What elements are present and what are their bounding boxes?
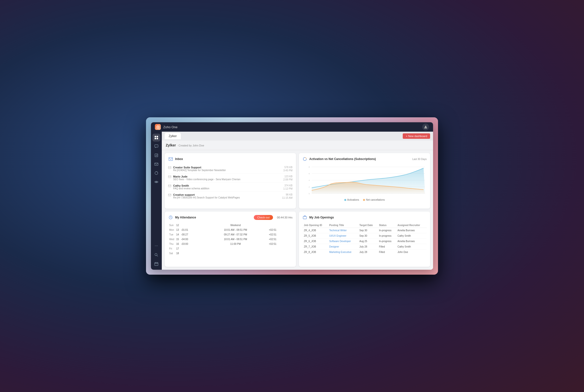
att-range: 10:01 AM - 08:51 PM (203, 237, 268, 242)
chart-period: Last 30 Days (412, 158, 427, 160)
att-day: Fri (168, 246, 175, 251)
job-date: Sep 30 (358, 228, 377, 233)
chart-area: 8 6 4 2 0 (302, 164, 427, 196)
att-date: 14 (175, 232, 180, 237)
job-id: ZR_4_JOB (302, 228, 328, 233)
sidebar-item-search[interactable] (152, 251, 160, 259)
tab-zylker[interactable]: Zylker (165, 133, 181, 139)
app-window: Zoho One (151, 122, 433, 270)
sidebar-item-analytics[interactable] (152, 169, 160, 177)
tab-bar: Zylker + New dashboard (162, 132, 433, 140)
jobs-table-row: ZR_8_JOB Marketing Executive July 28 Fil… (302, 249, 427, 255)
att-date: 12 (175, 223, 180, 228)
inbox-item-0[interactable]: Creator Suite Support Re:[#24042] Templa… (168, 164, 292, 174)
inbox-item-icon (168, 166, 171, 169)
svg-rect-21 (168, 167, 171, 169)
inbox-title: Inbox (175, 157, 183, 161)
inbox-widget-header: Inbox (168, 156, 292, 162)
jobs-title: My Job Openings (309, 216, 334, 219)
inbox-sender: Creative support (173, 193, 280, 196)
svg-point-0 (157, 126, 158, 128)
jobs-table-row: ZR_7_JOB Designer July 28 Filled Cathy S… (302, 244, 427, 249)
job-id: ZR_6_JOB (302, 238, 328, 244)
job-title[interactable]: Software Developer (328, 238, 358, 244)
att-diff: -00:27 (180, 232, 203, 237)
attendance-widget-header: My Attendance Check-out 00:44:30 Hrs (168, 215, 292, 220)
jobs-column-header: Posting Title (328, 223, 358, 228)
inbox-list: Creator Suite Support Re:[#24042] Templa… (168, 164, 292, 201)
job-title[interactable]: UI/UX Engineer (328, 233, 358, 238)
svg-rect-3 (157, 136, 158, 137)
job-title[interactable]: Designer (328, 244, 358, 249)
job-title[interactable]: Technical Writer (328, 228, 358, 233)
app-title: Zoho One (163, 125, 178, 129)
sidebar: ··· (151, 132, 162, 270)
att-extra: +02:51 (268, 242, 292, 246)
att-diff (180, 223, 203, 228)
inbox-size: 123 KB (283, 175, 292, 178)
inbox-time: 3:45 PM (283, 169, 292, 172)
job-date: July 28 (358, 249, 377, 255)
job-status: In-progress (378, 238, 396, 244)
inbox-time: 1:12 PM (283, 187, 292, 190)
inbox-sender: Creator Suite Support (173, 166, 281, 169)
sidebar-item-home[interactable] (152, 134, 160, 142)
svg-text:6: 6 (309, 173, 310, 175)
attendance-widget: My Attendance Check-out 00:44:30 Hrs Sun… (165, 212, 296, 267)
sidebar-item-reports[interactable] (152, 152, 160, 159)
inbox-size: 374 KB (283, 184, 292, 187)
sidebar-more[interactable]: ··· (155, 244, 158, 248)
att-extra (268, 246, 292, 251)
sidebar-item-mail[interactable] (152, 160, 160, 168)
job-status: In-progress (378, 228, 396, 233)
checkout-button[interactable]: Check-out (254, 215, 273, 220)
job-id: ZR_7_JOB (302, 244, 328, 249)
job-recruiter: Cathy Smith (396, 244, 427, 249)
new-dashboard-button[interactable]: + New dashboard (403, 134, 430, 139)
att-range (203, 251, 268, 256)
att-date: 18 (175, 251, 180, 256)
inbox-subject: Re:[## 73605189 ##] Search Support for C… (173, 196, 280, 199)
inbox-meta: 374 KB 1:12 PM (283, 184, 292, 190)
user-icon[interactable] (422, 124, 429, 130)
att-day: Wed (168, 237, 175, 242)
jobs-column-header: Job Opening ID (302, 223, 328, 228)
att-range (203, 246, 268, 251)
att-diff: -04:00 (180, 237, 203, 242)
inbox-size: 578 KB (283, 166, 292, 169)
main-layout: ··· (151, 132, 433, 270)
jobs-table-row: ZR_5_JOB UI/UX Engineer Sep 30 In-progre… (302, 233, 427, 238)
sidebar-item-calendar[interactable] (152, 260, 160, 268)
attendance-row: Sat 18 (168, 251, 292, 256)
svg-rect-2 (155, 136, 156, 137)
attendance-icon (168, 215, 173, 220)
job-title[interactable]: Marketing Executive (328, 249, 358, 255)
svg-text:4: 4 (309, 180, 310, 182)
inbox-item-2[interactable]: Cathy Smith FAQ and review schema additi… (168, 183, 292, 192)
att-diff: -03:00 (180, 242, 203, 246)
attendance-table: Sun 12 Weekend Mon 13 -01:01 10:01 AM - … (168, 223, 292, 256)
legend-dot-activations (344, 199, 346, 201)
jobs-widget: My Job Openings Job Opening IDPosting Ti… (299, 212, 430, 267)
job-id: ZR_8_JOB (302, 249, 328, 255)
inbox-item-1[interactable]: Mario Jude SEO fixes - Video conferencin… (168, 174, 292, 183)
job-recruiter: Amelia Burrows (396, 228, 427, 233)
inbox-item-content: Creative support Re:[## 73605189 ##] Sea… (173, 193, 280, 199)
inbox-item-icon (168, 176, 171, 178)
laptop-container: Zoho One (146, 117, 438, 275)
att-range: 09:27 AM - 07:32 PM (203, 232, 268, 237)
att-range: 11:00 PM (203, 242, 268, 246)
attendance-row: Fri 17 (168, 246, 292, 251)
att-day: Tue (168, 232, 175, 237)
svg-rect-4 (155, 138, 156, 139)
svg-rect-37 (303, 216, 307, 219)
jobs-table-header-row: Job Opening IDPosting TitleTarget DateSt… (302, 223, 427, 228)
chart-widget-header: Activation vs Net Cancellations (Subscri… (302, 156, 427, 162)
svg-rect-11 (155, 163, 158, 166)
jobs-column-header: Assigned Recruiter (396, 223, 427, 228)
laptop-screen: Zoho One (146, 117, 438, 275)
sidebar-item-eye[interactable] (152, 178, 160, 186)
sidebar-item-chat[interactable] (152, 142, 160, 150)
att-range: 10:01 AM - 08:51 PM (203, 228, 268, 232)
inbox-item-3[interactable]: Creative support Re:[## 73605189 ##] Sea… (168, 192, 292, 201)
